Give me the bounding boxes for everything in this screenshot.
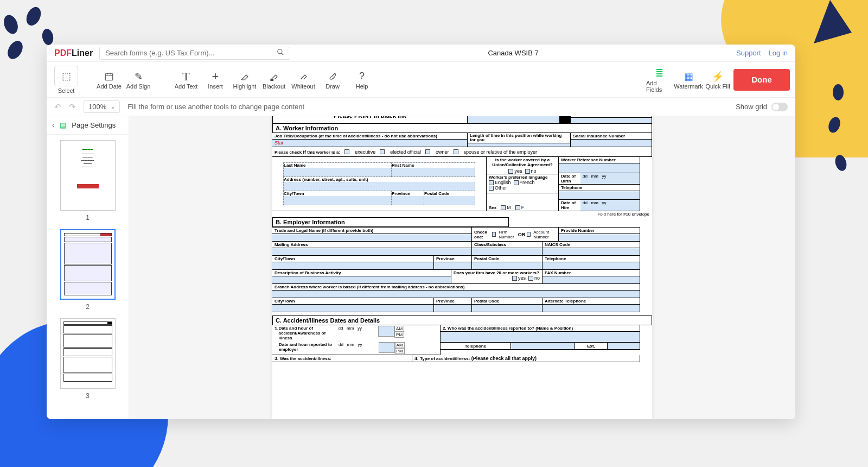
grid-label: Show grid — [736, 103, 767, 111]
done-button[interactable]: Done — [733, 69, 790, 91]
help-button[interactable]: ?Help — [348, 65, 375, 94]
draw-button[interactable]: Draw — [319, 65, 346, 94]
sidebar-back-button[interactable]: ‹ — [52, 121, 54, 129]
pen-icon: ✎ — [135, 70, 143, 83]
svg-point-3 — [5, 38, 26, 61]
section-b-title: B. Employer Information — [272, 217, 509, 227]
thumb-number: 3 — [86, 392, 90, 400]
add-text-button[interactable]: TAdd Text — [173, 65, 200, 94]
support-link[interactable]: Support — [736, 49, 761, 57]
fields-icon: ≣ — [655, 67, 663, 80]
highlighter-icon — [240, 70, 250, 83]
executive-checkbox[interactable] — [344, 149, 349, 154]
whiteout-button[interactable]: Whiteout — [290, 65, 317, 94]
app-window: PDFLiner Canada WSIB 7 Support Log in ⬚ … — [47, 45, 795, 419]
page-settings-label: Page Settings — [72, 121, 116, 129]
select-icon: ⬚ — [62, 70, 71, 83]
text-icon: T — [182, 70, 189, 83]
thumb-preview — [60, 229, 116, 300]
document-viewer[interactable]: Please PRINT in black ink Claim Number A… — [129, 116, 795, 419]
page-sidebar: ‹ ▤ Page Settings ▬▬▬▬ ▬▬▬▬▬▬▬▬▬▬▬▬▬▬▬▬▬… — [47, 116, 129, 419]
page-thumb-1[interactable]: ▬▬▬▬ ▬▬▬▬▬▬▬▬▬▬▬▬▬▬▬▬▬▬▬▬▬▬▬▬▬▬▬▬▬▬▬▬▬▬ … — [60, 140, 116, 222]
logo: PDFLiner — [54, 48, 93, 58]
city-input[interactable] — [284, 196, 391, 205]
zoom-value: 100% — [88, 103, 106, 111]
top-bar: PDFLiner Canada WSIB 7 Support Log in — [47, 45, 795, 62]
quick-fill-button[interactable]: ⚡Quick Fill — [704, 65, 731, 94]
svg-rect-13 — [271, 79, 273, 80]
highlight-button[interactable]: Highlight — [231, 65, 258, 94]
add-sign-button[interactable]: ✎Add Sign — [125, 65, 152, 94]
search-box[interactable] — [99, 47, 290, 60]
logo-suffix: Liner — [72, 48, 93, 58]
first-name-input[interactable] — [392, 168, 475, 176]
owner-checkbox[interactable] — [425, 149, 430, 154]
plus-icon: + — [212, 70, 219, 83]
svg-point-5 — [826, 115, 842, 134]
brush-icon — [328, 70, 337, 83]
insert-button[interactable]: +Insert — [202, 65, 229, 94]
blackout-icon — [269, 70, 279, 83]
svg-point-7 — [278, 49, 282, 53]
toolbar: ⬚ Select Add Date ✎Add Sign TAdd Text +I… — [47, 62, 795, 98]
address-input[interactable] — [284, 182, 475, 191]
undo-button[interactable]: ↶ — [54, 102, 61, 112]
calendar-icon — [104, 70, 114, 83]
fold-note: Fold here for #10 envelope — [272, 211, 652, 217]
worker-check-row: Please check if this worker is a: execut… — [272, 147, 652, 157]
deco-dots-right — [825, 81, 852, 190]
blackout-button[interactable]: Blackout — [260, 65, 288, 94]
watermark-button[interactable]: ▦Watermark — [675, 65, 702, 94]
select-label: Select — [58, 87, 75, 94]
sidebar-header: ‹ ▤ Page Settings — [47, 116, 129, 135]
union-no[interactable] — [525, 169, 530, 174]
doc-title: Canada WSIB 7 — [482, 47, 544, 59]
spouse-checkbox[interactable] — [454, 149, 458, 154]
union-yes[interactable] — [508, 169, 513, 174]
page-settings-icon: ▤ — [60, 121, 66, 129]
sin-label: Social Insurance Number — [571, 133, 652, 140]
section-a-title: A. Worker Information — [272, 124, 652, 133]
chevron-down-icon: ⌄ — [111, 104, 115, 110]
add-date-button[interactable]: Add Date — [95, 65, 123, 94]
job-title-label: Job Title/Occupation (at the time of acc… — [272, 133, 468, 140]
login-link[interactable]: Log in — [769, 49, 788, 57]
search-icon[interactable] — [277, 48, 284, 58]
grid-toggle-wrap: Show grid — [736, 103, 788, 111]
grid-toggle[interactable] — [771, 103, 788, 111]
svg-point-6 — [833, 154, 848, 172]
add-fields-button[interactable]: ≣Add Fields — [646, 65, 673, 94]
sub-toolbar: ↶ ↷ 100% ⌄ Fill the form or use another … — [47, 98, 795, 116]
page-thumb-2[interactable]: 2 — [60, 229, 116, 311]
help-icon: ? — [359, 70, 365, 83]
lightning-icon: ⚡ — [712, 70, 724, 83]
svg-point-4 — [833, 84, 844, 100]
watermark-icon: ▦ — [684, 70, 693, 83]
svg-point-1 — [24, 5, 44, 28]
print-header: Please PRINT in black ink — [272, 116, 468, 124]
thumb-preview: ▬▬▬▬ ▬▬▬▬▬▬▬▬▬▬▬▬▬▬▬▬▬▬▬▬▬▬▬▬▬▬▬▬▬▬▬▬▬▬ — [60, 140, 116, 211]
redo-button[interactable]: ↷ — [69, 102, 76, 112]
svg-point-2 — [41, 28, 55, 46]
worker-details-box: Last Name First Name Address (number, st… — [272, 157, 487, 211]
whiteout-icon — [298, 70, 308, 83]
form-page: Please PRINT in black ink Claim Number A… — [272, 116, 652, 419]
length-time-label: Length of time in this position while wo… — [468, 133, 571, 143]
postal-input[interactable] — [424, 196, 475, 205]
select-tool[interactable]: ⬚ — [54, 66, 78, 86]
zoom-select[interactable]: 100% ⌄ — [84, 100, 120, 113]
logo-prefix: PDF — [54, 48, 72, 58]
svg-line-8 — [282, 53, 284, 55]
thumb-preview — [60, 318, 116, 389]
thumbnail-list: ▬▬▬▬ ▬▬▬▬▬▬▬▬▬▬▬▬▬▬▬▬▬▬▬▬▬▬▬▬▬▬▬▬▬▬▬▬▬▬ … — [47, 135, 129, 419]
thumb-number: 1 — [86, 214, 90, 222]
hint-text: Fill the form or use another tools to ch… — [127, 103, 304, 111]
section-c-title: C. Accident/Illness Dates and Details — [272, 315, 652, 325]
page-thumb-3[interactable]: 3 — [60, 318, 116, 400]
elected-checkbox[interactable] — [380, 149, 385, 154]
last-name-input[interactable] — [284, 168, 391, 176]
province-input[interactable] — [392, 196, 424, 205]
svg-point-0 — [2, 13, 21, 36]
search-input[interactable] — [105, 49, 277, 57]
svg-rect-9 — [105, 73, 113, 80]
